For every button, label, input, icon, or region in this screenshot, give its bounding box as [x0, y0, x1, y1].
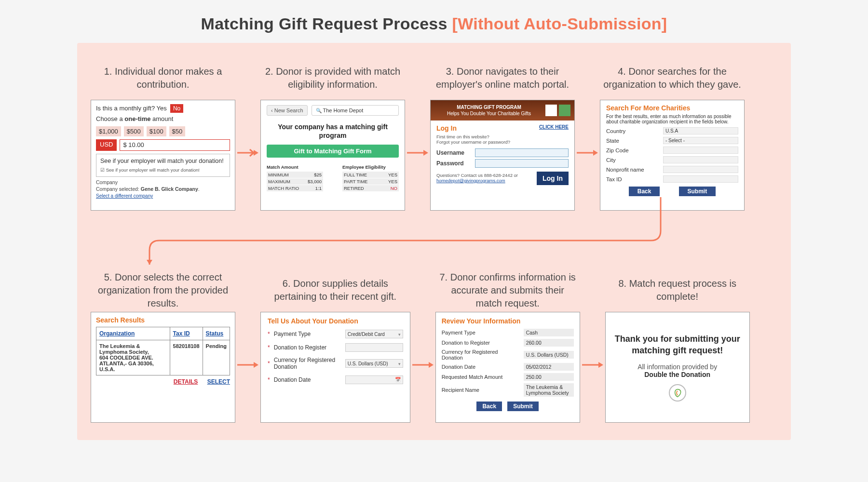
country-input[interactable]: U.S.A [663, 127, 738, 134]
back-button[interactable]: Back [629, 187, 660, 196]
home-depot-logo-icon [545, 105, 557, 116]
col-taxid[interactable]: Tax ID [170, 327, 203, 340]
username-input[interactable] [475, 148, 569, 157]
match-program-headline: Your company has a matching gift program [267, 122, 399, 140]
company-search-input[interactable]: The Home Depot [312, 105, 399, 116]
calendar-icon: 📅 [395, 377, 401, 382]
step-8-card: Thank you for submitting your matching g… [605, 312, 750, 423]
select-different-company-link[interactable]: Select a different company [96, 193, 153, 199]
table-row: The Leukemia & Lymphoma Society, 604 COO… [96, 340, 230, 375]
arrow-icon [235, 359, 260, 371]
amount-option[interactable]: $100 [147, 126, 166, 137]
zip-input[interactable] [663, 147, 738, 154]
step-6-title: 6. Donor supplies details pertaining to … [260, 268, 410, 312]
step-2-card: New Search The Home Depot Your company h… [260, 100, 405, 211]
employer-match-prompt: See if your employer will match your don… [100, 157, 226, 165]
row-2: 5. Donor selects the correct organizatio… [91, 268, 777, 423]
amount-option[interactable]: $500 [124, 126, 144, 137]
state-select[interactable]: - Select - [663, 137, 738, 144]
back-button[interactable]: Back [476, 402, 502, 411]
portal-banner: MATCHING GIFT PROGRAMHelps You Double Yo… [431, 100, 574, 120]
foundation-logo-icon [559, 105, 570, 116]
submit-button[interactable]: Submit [679, 187, 716, 196]
step-5-title: 5. Donor selects the correct organizatio… [91, 268, 235, 312]
arrow-icon [235, 147, 260, 159]
step-8-title: 8. Match request process is complete! [605, 268, 750, 312]
row-1: 1. Individual donor makes a contribution… [91, 56, 777, 211]
col-status[interactable]: Status [203, 327, 230, 340]
step-4-card: Search For More Charities For the best r… [600, 100, 745, 211]
submit-button[interactable]: Submit [507, 402, 539, 411]
select-link[interactable]: SELECT [207, 378, 230, 385]
col-organization[interactable]: Organization [96, 327, 170, 340]
step-7-title: 7. Donor confirms information is accurat… [435, 268, 580, 312]
step-1-title: 1. Individual donor makes a contribution… [91, 56, 235, 100]
arrow-icon [405, 147, 430, 159]
donation-amount-input[interactable] [345, 343, 403, 352]
custom-amount-input[interactable]: $ 10.00 [120, 139, 230, 151]
payment-type-select[interactable]: Credit/Debit Card [345, 330, 403, 338]
page-title: Matching Gift Request Process [Without A… [77, 14, 791, 33]
click-here-link[interactable]: CLICK HERE [539, 124, 569, 130]
donation-date-input[interactable]: 📅 [345, 375, 403, 384]
new-search-button[interactable]: New Search [267, 105, 308, 116]
taxid-input[interactable] [663, 175, 738, 183]
arrow-icon [575, 147, 600, 159]
monthly-no-toggle[interactable]: No [170, 104, 183, 113]
details-link[interactable]: DETAILS [174, 378, 198, 385]
step-1-card: Is this a monthly gift? Yes No Choose a … [91, 100, 235, 211]
employer-match-checkbox[interactable]: ☑ See if your employer will match your d… [100, 165, 226, 174]
step-5-card: Search Results Organization Tax ID Statu… [91, 312, 235, 423]
password-input[interactable] [475, 159, 569, 168]
results-table: Organization Tax ID Status The Leukemia … [96, 327, 230, 375]
nonprofit-name-input[interactable] [663, 166, 738, 173]
contact-email-link[interactable]: homedepot@givingprograms.com [436, 178, 505, 183]
currency-select[interactable]: U.S. Dollars (USD) [345, 359, 403, 368]
step-2-title: 2. Donor is provided with match eligibil… [260, 56, 405, 100]
arrow-icon [580, 359, 605, 371]
step-7-card: Review Your Information Payment TypeCash… [435, 312, 580, 423]
currency-badge: USD [96, 139, 117, 151]
process-canvas: 1. Individual donor makes a contribution… [77, 43, 791, 440]
double-the-donation-logo-icon [669, 384, 686, 402]
amount-option[interactable]: $50 [169, 126, 186, 137]
matching-gift-form-button[interactable]: Gift to Matching Gift Form [267, 145, 399, 158]
city-input[interactable] [663, 156, 738, 163]
login-button[interactable]: Log In [537, 172, 569, 185]
step-4-title: 4. Donor searches for the organization t… [600, 56, 745, 100]
step-3-card: MATCHING GIFT PROGRAMHelps You Double Yo… [430, 100, 575, 211]
step-6-card: Tell Us About Your Donation *Payment Typ… [260, 312, 410, 423]
amount-option[interactable]: $1,000 [96, 126, 121, 137]
step-3-title: 3. Donor navigates to their employer's o… [430, 56, 575, 100]
arrow-icon [410, 359, 435, 371]
